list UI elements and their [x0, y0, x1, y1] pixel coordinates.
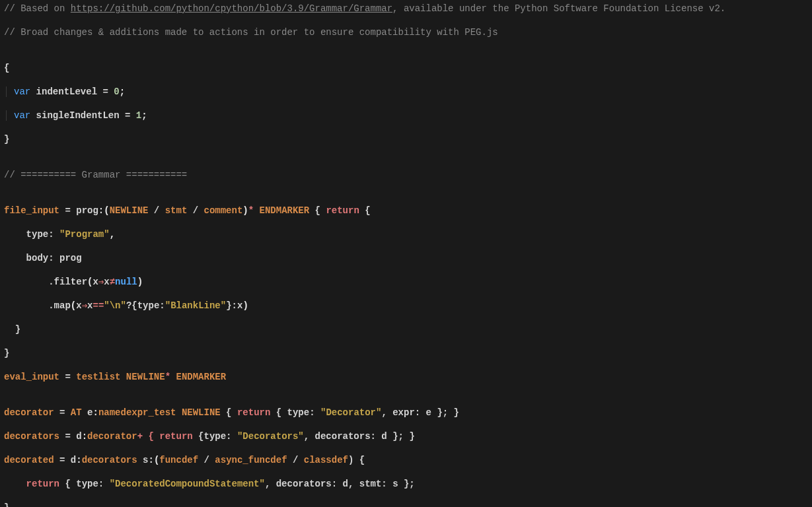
keyword-var: var	[14, 110, 30, 121]
code-block: // Based on https://github.com/python/cp…	[0, 0, 812, 507]
rule-name: decorators	[4, 431, 59, 442]
brace-close: }	[4, 134, 9, 145]
rule-name: file_input	[4, 205, 59, 216]
rule-name: decorated	[4, 455, 54, 465]
source-link[interactable]: https://github.com/python/cpython/blob/3…	[71, 3, 392, 14]
comment-line: // Based on https://github.com/python/cp…	[4, 3, 725, 14]
comment-line: // Broad changes & additions made to act…	[4, 27, 498, 38]
rule-name: decorator	[4, 407, 54, 418]
brace-open: {	[4, 63, 9, 73]
keyword-var: var	[14, 86, 30, 97]
section-comment: // ========== Grammar ===========	[4, 170, 187, 180]
keyword-return: return	[326, 205, 359, 216]
rule-name: eval_input	[4, 372, 59, 382]
